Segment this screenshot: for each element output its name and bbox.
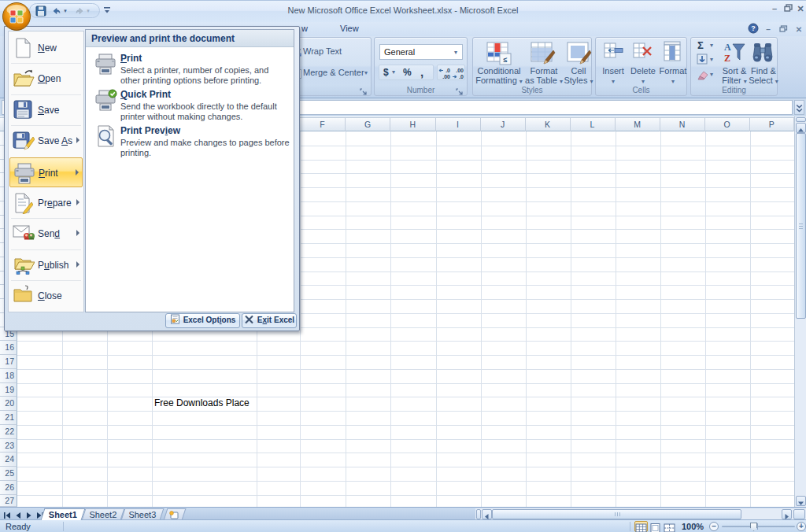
scroll-down-icon[interactable] xyxy=(796,496,806,506)
clear-icon[interactable] xyxy=(697,69,708,83)
row-header-16[interactable]: 16 xyxy=(0,341,17,355)
help-icon[interactable]: ? xyxy=(746,23,760,34)
comma-style-button[interactable]: , xyxy=(420,65,423,79)
find-select-button[interactable]: Find & Select ▾ xyxy=(746,67,781,86)
tab-view[interactable]: View xyxy=(340,24,359,33)
currency-format-button[interactable]: $ xyxy=(383,67,389,78)
formula-bar-expand-icon[interactable] xyxy=(794,100,804,115)
print-option-quick-print[interactable]: Quick PrintSend the workbook directly to… xyxy=(86,89,294,124)
workbook-restore-icon[interactable] xyxy=(776,24,790,35)
close-icon[interactable]: ✕ xyxy=(793,4,806,13)
merge-center-dropdown-icon[interactable]: ▾ xyxy=(364,69,368,76)
autosum-dropdown-icon[interactable]: ▾ xyxy=(710,42,713,49)
exit-excel-button[interactable]: Exit Excel xyxy=(242,313,297,328)
menu-item-save-as[interactable]: Save As xyxy=(9,126,83,156)
column-header-O[interactable]: O xyxy=(705,118,750,131)
column-header-I[interactable]: I xyxy=(436,118,481,131)
column-header-P[interactable]: P xyxy=(750,118,795,131)
excel-options-icon xyxy=(170,314,180,328)
row-header-24[interactable]: 24 xyxy=(0,453,17,467)
column-header-L[interactable]: L xyxy=(571,118,616,131)
normal-view-icon[interactable] xyxy=(634,521,648,532)
format-as-table-button[interactable]: Format as Table ▾ xyxy=(523,67,564,86)
page-break-view-icon[interactable] xyxy=(663,521,676,532)
menu-item-prepare[interactable]: Prepare xyxy=(9,188,83,218)
sheet-tab-sheet2[interactable]: Sheet2 xyxy=(82,508,125,520)
page-layout-view-icon[interactable] xyxy=(649,521,662,532)
sheet-tab-sheet1[interactable]: Sheet1 xyxy=(41,508,86,520)
print-option-description: Preview and make changes to pages before… xyxy=(120,138,290,157)
office-button[interactable] xyxy=(2,2,30,30)
zoom-out-icon[interactable]: – xyxy=(709,522,719,531)
scroll-right-icon[interactable] xyxy=(782,509,792,519)
menu-item-close[interactable]: Close xyxy=(9,281,83,311)
row-header-19[interactable]: 19 xyxy=(0,383,17,397)
cell-d20-text[interactable]: Free Downloads Place xyxy=(154,397,250,411)
vertical-scroll-thumb[interactable] xyxy=(796,133,806,319)
row-header-27[interactable]: 27 xyxy=(0,495,17,508)
sheet-tab-sheet3[interactable]: Sheet3 xyxy=(121,508,165,520)
thumb-grip xyxy=(799,226,803,227)
zoom-level[interactable]: 100% xyxy=(682,522,704,531)
decrease-decimal-icon[interactable]: .00.0 xyxy=(452,66,464,83)
column-header-J[interactable]: J xyxy=(481,118,526,131)
row-header-17[interactable]: 17 xyxy=(0,355,17,369)
insert-worksheet-icon[interactable] xyxy=(168,509,178,519)
column-header-M[interactable]: M xyxy=(616,118,660,131)
conditional-formatting-button[interactable]: Conditional Formatting ▾ xyxy=(473,67,525,86)
currency-dropdown-icon[interactable]: ▾ xyxy=(392,68,395,76)
workbook-close-icon[interactable]: ✕ xyxy=(792,24,806,35)
horizontal-split-handle[interactable] xyxy=(476,509,481,519)
scroll-up-icon[interactable] xyxy=(796,123,806,133)
excel-options-button[interactable]: Excel Options xyxy=(165,313,240,328)
row-header-21[interactable]: 21 xyxy=(0,411,17,425)
zoom-in-icon[interactable]: + xyxy=(797,522,806,531)
fill-dropdown-icon[interactable]: ▾ xyxy=(710,56,713,63)
dropdown-icon: ▾ xyxy=(519,78,523,85)
column-header-H[interactable]: H xyxy=(390,118,436,131)
alignment-dialog-launcher-icon[interactable] xyxy=(360,85,368,94)
zoom-slider-track[interactable] xyxy=(722,526,795,527)
menu-item-save[interactable]: Save xyxy=(9,95,83,125)
menu-item-print[interactable]: Print xyxy=(9,157,83,187)
number-dialog-launcher-icon[interactable] xyxy=(456,85,464,94)
menu-item-open[interactable]: Open xyxy=(9,64,83,94)
format-cells-button[interactable]: Format▾ xyxy=(656,67,690,86)
autosum-button[interactable]: Σ xyxy=(697,39,704,51)
column-header-K[interactable]: K xyxy=(526,118,571,131)
row-header-26[interactable]: 26 xyxy=(0,481,17,495)
percent-style-button[interactable]: % xyxy=(403,67,412,78)
vertical-scrollbar[interactable] xyxy=(794,116,806,507)
menu-item-send[interactable]: Send xyxy=(9,219,83,249)
print-option-print[interactable]: PrintSelect a printer, number of copies,… xyxy=(86,53,294,87)
wrap-text-button[interactable]: Wrap Text xyxy=(303,46,342,56)
clear-dropdown-icon[interactable]: ▾ xyxy=(710,71,713,78)
increase-decimal-icon[interactable]: .0.00 xyxy=(438,66,451,83)
print-option-print-preview[interactable]: Print PreviewPreview and make changes to… xyxy=(86,125,294,160)
workbook-minimize-icon[interactable]: – xyxy=(761,24,775,35)
horizontal-scroll-thumb[interactable] xyxy=(492,509,741,519)
column-header-G[interactable]: G xyxy=(346,118,390,131)
scroll-left-icon[interactable] xyxy=(482,509,492,519)
number-format-combo[interactable]: General ▾ xyxy=(379,44,463,60)
row-header-23[interactable]: 23 xyxy=(0,439,17,453)
tab-review-partial[interactable]: w xyxy=(301,24,308,33)
next-sheet-icon[interactable] xyxy=(24,509,34,519)
fill-icon[interactable] xyxy=(697,54,708,68)
column-header-F[interactable]: F xyxy=(300,118,346,131)
row-header-22[interactable]: 22 xyxy=(0,425,17,439)
vertical-split-handle[interactable] xyxy=(796,117,806,122)
zoom-slider-thumb[interactable] xyxy=(750,523,757,531)
row-header-25[interactable]: 25 xyxy=(0,467,17,481)
cell-styles-button[interactable]: Cell Styles ▾ xyxy=(561,67,596,86)
thumb-grip xyxy=(617,512,618,516)
previous-sheet-icon[interactable] xyxy=(13,509,23,519)
menu-item-new[interactable]: New xyxy=(9,33,83,63)
row-header-18[interactable]: 18 xyxy=(0,369,17,383)
first-sheet-icon[interactable] xyxy=(2,509,12,519)
column-header-N[interactable]: N xyxy=(660,118,705,131)
row-header-20[interactable]: 20 xyxy=(0,397,17,411)
horizontal-scrollbar[interactable] xyxy=(475,508,806,520)
menu-item-publish[interactable]: Publish xyxy=(9,250,83,280)
merge-center-button[interactable]: Merge & Center xyxy=(303,68,364,77)
